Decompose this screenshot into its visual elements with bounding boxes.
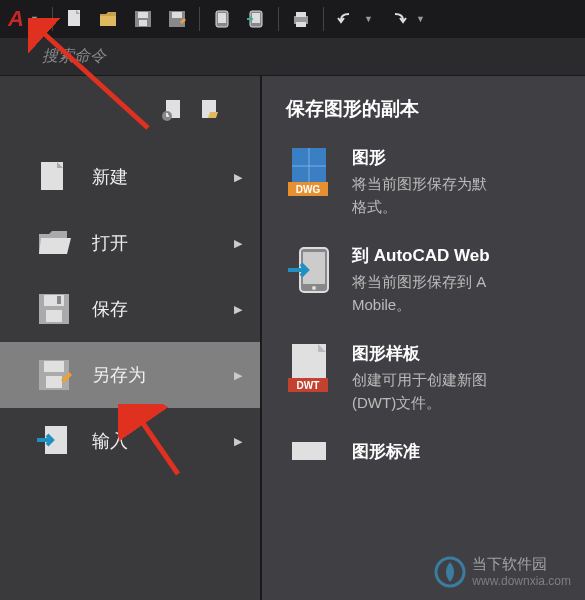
- separator: [199, 7, 200, 31]
- option-text: 图形样板 创建可用于创建新图 (DWT)文件。: [352, 342, 585, 414]
- svg-rect-24: [57, 296, 61, 304]
- menu-save-as[interactable]: 另存为 ▶: [0, 342, 260, 408]
- open-doc-icon[interactable]: [196, 96, 224, 124]
- option-title: 图形样板: [352, 342, 585, 365]
- menu-open[interactable]: 打开 ▶: [0, 210, 260, 276]
- menu-label: 保存: [92, 297, 216, 321]
- undo-dropdown[interactable]: ▼: [364, 14, 380, 24]
- undo-icon[interactable]: [332, 5, 360, 33]
- open-icon: [34, 223, 74, 263]
- chevron-right-icon: ▶: [234, 435, 242, 448]
- option-text: 到 AutoCAD Web 将当前图形保存到 A Mobile。: [352, 244, 585, 316]
- watermark-logo-icon: [434, 556, 466, 588]
- svg-rect-12: [252, 13, 260, 23]
- save-icon: [34, 289, 74, 329]
- option-title: 图形: [352, 146, 585, 169]
- menu-save[interactable]: 保存 ▶: [0, 276, 260, 342]
- separator: [323, 7, 324, 31]
- watermark: 当下软件园 www.downxia.com: [434, 555, 571, 588]
- dws-icon: [286, 440, 334, 492]
- svg-rect-15: [296, 22, 306, 27]
- svg-rect-42: [292, 442, 326, 460]
- option-title: 到 AutoCAD Web: [352, 244, 585, 267]
- watermark-text-url: www.downxia.com: [472, 574, 571, 588]
- svg-rect-27: [46, 376, 62, 388]
- save-as-icon[interactable]: [163, 5, 191, 33]
- option-dws[interactable]: 图形标准: [286, 440, 585, 492]
- svg-rect-23: [46, 310, 62, 322]
- option-text: 图形标准: [352, 440, 585, 492]
- recent-doc-icon[interactable]: [160, 96, 188, 124]
- web-mobile-icon: [286, 244, 334, 296]
- svg-rect-10: [218, 13, 226, 23]
- menu-new[interactable]: 新建 ▶: [0, 144, 260, 210]
- print-icon[interactable]: [287, 5, 315, 33]
- new-file-icon[interactable]: [61, 5, 89, 33]
- svg-text:DWT: DWT: [297, 380, 320, 391]
- chevron-right-icon: ▶: [234, 303, 242, 316]
- search-placeholder: 搜索命令: [42, 46, 106, 67]
- dwg-icon: DWG: [286, 146, 334, 198]
- svg-rect-14: [296, 12, 306, 17]
- svg-rect-4: [138, 12, 148, 18]
- option-dwt[interactable]: DWT 图形样板 创建可用于创建新图 (DWT)文件。: [286, 342, 585, 414]
- svg-rect-7: [172, 12, 182, 18]
- left-menu: 新建 ▶ 打开 ▶ 保存 ▶ 另存为 ▶: [0, 76, 260, 600]
- chevron-right-icon: ▶: [234, 171, 242, 184]
- recent-docs-icons: [0, 96, 260, 144]
- redo-icon[interactable]: [384, 5, 412, 33]
- right-panel: 保存图形的副本 DWG 图形 将当前图形保存为默 格式。 到 AutoCAD W…: [260, 76, 585, 600]
- redo-dropdown[interactable]: ▼: [416, 14, 432, 24]
- option-desc: 将当前图形保存到 A Mobile。: [352, 271, 585, 316]
- menu-label: 另存为: [92, 363, 216, 387]
- watermark-text-cn: 当下软件园: [472, 555, 571, 574]
- dwt-icon: DWT: [286, 342, 334, 394]
- option-desc: 创建可用于创建新图 (DWT)文件。: [352, 369, 585, 414]
- new-icon: [34, 157, 74, 197]
- chevron-right-icon: ▶: [234, 237, 242, 250]
- option-desc: 将当前图形保存为默 格式。: [352, 173, 585, 218]
- toolbar: A ▼ ▼ ▼: [0, 0, 585, 38]
- option-web[interactable]: 到 AutoCAD Web 将当前图形保存到 A Mobile。: [286, 244, 585, 316]
- open-file-icon[interactable]: [95, 5, 123, 33]
- svg-point-37: [312, 286, 316, 290]
- main-content: 新建 ▶ 打开 ▶ 保存 ▶ 另存为 ▶: [0, 76, 585, 600]
- svg-rect-5: [139, 20, 147, 26]
- svg-rect-26: [44, 361, 64, 372]
- svg-rect-2: [100, 16, 116, 26]
- search-bar[interactable]: 搜索命令: [0, 38, 585, 76]
- option-title: 图形标准: [352, 440, 585, 463]
- svg-text:DWG: DWG: [296, 184, 321, 195]
- panel-title: 保存图形的副本: [286, 96, 585, 122]
- separator: [278, 7, 279, 31]
- separator: [52, 7, 53, 31]
- menu-import[interactable]: 输入 ▶: [0, 408, 260, 474]
- import-icon: [34, 421, 74, 461]
- save-as-icon: [34, 355, 74, 395]
- option-text: 图形 将当前图形保存为默 格式。: [352, 146, 585, 218]
- web-save-icon[interactable]: [242, 5, 270, 33]
- menu-label: 打开: [92, 231, 216, 255]
- menu-label: 输入: [92, 429, 216, 453]
- app-menu-dropdown[interactable]: ▼: [30, 14, 46, 24]
- app-logo[interactable]: A: [4, 7, 28, 31]
- web-open-icon[interactable]: [208, 5, 236, 33]
- chevron-right-icon: ▶: [234, 369, 242, 382]
- menu-label: 新建: [92, 165, 216, 189]
- save-icon[interactable]: [129, 5, 157, 33]
- option-dwg[interactable]: DWG 图形 将当前图形保存为默 格式。: [286, 146, 585, 218]
